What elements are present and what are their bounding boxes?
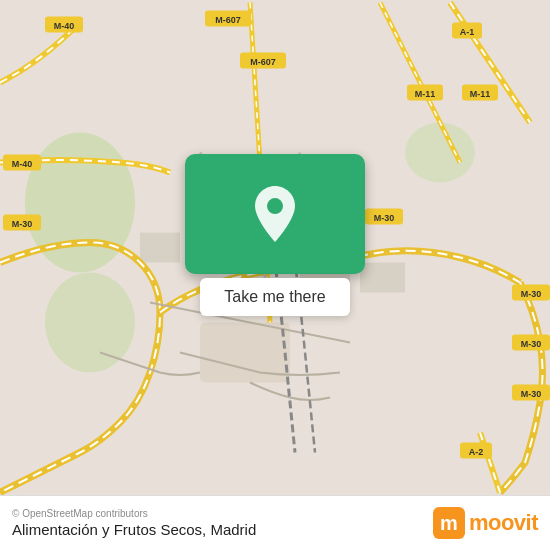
green-box (185, 154, 365, 274)
svg-text:A-2: A-2 (469, 447, 484, 457)
app: M-40 M-607 M-607 A-1 M-11 M-11 M-40 M-30 (0, 0, 550, 550)
take-me-there-button[interactable]: Take me there (200, 278, 349, 316)
svg-point-2 (45, 273, 135, 373)
svg-text:M-607: M-607 (215, 15, 241, 25)
map-container: M-40 M-607 M-607 A-1 M-11 M-11 M-40 M-30 (0, 0, 550, 495)
svg-text:M-30: M-30 (521, 389, 542, 399)
svg-text:M-30: M-30 (12, 219, 33, 229)
svg-rect-5 (140, 233, 180, 263)
bottom-bar: © OpenStreetMap contributors Alimentació… (0, 495, 550, 550)
svg-text:M-40: M-40 (54, 21, 75, 31)
svg-point-4 (405, 123, 475, 183)
svg-text:A-1: A-1 (460, 27, 475, 37)
copyright-text: © OpenStreetMap contributors (12, 508, 256, 519)
svg-text:M-40: M-40 (12, 159, 33, 169)
svg-rect-8 (360, 263, 405, 293)
svg-text:M-30: M-30 (374, 213, 395, 223)
svg-text:M-30: M-30 (521, 339, 542, 349)
location-pin-icon (250, 184, 300, 244)
bottom-left: © OpenStreetMap contributors Alimentació… (12, 508, 256, 538)
svg-point-35 (267, 198, 283, 214)
moovit-m-icon: m (433, 507, 465, 539)
svg-text:M-607: M-607 (250, 57, 276, 67)
moovit-wordmark: moovit (469, 510, 538, 536)
location-card: Take me there (185, 154, 365, 316)
svg-text:M-11: M-11 (415, 89, 436, 99)
svg-text:M-30: M-30 (521, 289, 542, 299)
location-name: Alimentación y Frutos Secos, Madrid (12, 521, 256, 538)
svg-text:M-11: M-11 (470, 89, 491, 99)
moovit-logo: m moovit (433, 507, 538, 539)
